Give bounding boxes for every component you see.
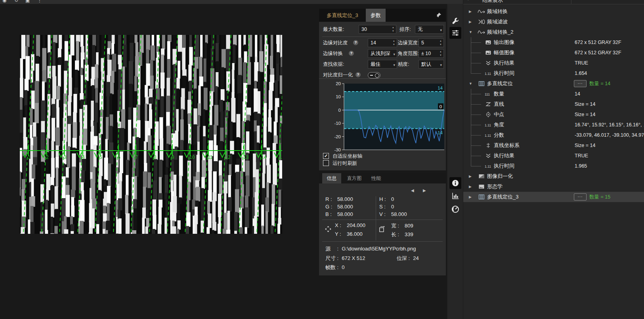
tree-item-label: 执行时间 — [494, 70, 514, 77]
info-icon[interactable] — [449, 177, 461, 189]
chevron-down-icon: ▾ — [440, 26, 442, 34]
spinner-icon[interactable]: ▴▾ — [439, 39, 443, 47]
marker-label: 15 — [279, 155, 282, 160]
contrast-profile-chart: 20100-10-20-3014-140 — [319, 79, 446, 153]
edge-width-label: 边缘宽度: — [398, 38, 419, 48]
tree-row-执行结果[interactable]: 执行结果TRUE — [463, 151, 644, 161]
kebab-icon[interactable]: ⋮ — [37, 0, 42, 3]
line-marker: 15 — [271, 35, 282, 234]
tab-params[interactable]: 参数 — [366, 9, 386, 22]
spinner-icon[interactable]: ▴▾ — [439, 50, 443, 57]
divider — [376, 196, 376, 241]
refresh-icon[interactable]: ↻ — [14, 0, 18, 3]
marker-label: 5 — [99, 155, 102, 160]
filter-wave-icon — [478, 19, 485, 25]
tree-row-执行时间[interactable]: 1.11执行时间1.654 — [463, 68, 644, 78]
line-marker: 8 — [145, 35, 164, 234]
line-icon — [484, 101, 492, 107]
y-tick-label: 10 — [336, 94, 341, 99]
region-width-value: 宽 :809 — [391, 222, 413, 229]
divider — [322, 241, 443, 242]
angle-range-input[interactable]: ± 10 ▴▾ — [419, 49, 444, 58]
checkbox[interactable]: ✓ — [323, 153, 329, 159]
tab-performance[interactable]: 性能 — [367, 173, 385, 183]
tab-histogram[interactable]: 直方图 — [343, 173, 366, 183]
tree-row-执行时间[interactable]: 1.11执行时间1.965 — [463, 161, 644, 171]
tree-row-数量[interactable]: 111数量14 — [463, 89, 644, 99]
tree-row-频域滤波[interactable]: ▶频域滤波 — [463, 17, 644, 27]
expand-icon[interactable]: ▶ — [469, 10, 472, 13]
contrast-norm-toggle[interactable] — [368, 72, 380, 78]
sliders-icon[interactable] — [449, 27, 461, 39]
move-icon — [325, 225, 332, 233]
edge-width-input[interactable]: 5 ▴▾ — [419, 38, 444, 47]
tree-row-图像归一化[interactable]: ▶图像归一化 — [463, 171, 644, 181]
tree-row-角度[interactable]: 1.11角度16.74°, 15.92°, 16.15°, 16.16°, 1 — [463, 120, 644, 130]
region-size-icon — [378, 225, 386, 233]
tree-item-value: 1.965 — [575, 162, 644, 170]
tree-row-幅值图像[interactable]: 幅值图像672 x 512 GRAY 32F — [463, 48, 644, 58]
spinner-icon[interactable]: ▴▾ — [391, 25, 395, 33]
collapse-icon[interactable]: ▼ — [469, 82, 472, 86]
count-result-text: 数量 = 14 — [589, 80, 610, 87]
pin-icon[interactable] — [436, 12, 442, 18]
collapse-icon[interactable]: ▼ — [469, 30, 472, 34]
tree-row-直线[interactable]: 直线Size = 14 — [463, 99, 644, 109]
tree-guide — [471, 73, 481, 74]
precision-select[interactable]: 默认 ▾ — [419, 60, 444, 69]
count-icon: 111 — [484, 91, 492, 97]
tree-row-频域转换_2[interactable]: ▼频域转换_2 — [463, 27, 644, 37]
tree-row-输出图像[interactable]: 输出图像672 x 512 GRAY 32F — [463, 37, 644, 48]
sort-select[interactable]: 无 ▾ — [415, 25, 444, 34]
midpoint-icon — [484, 111, 492, 118]
tree-item-label: 输出图像 — [494, 39, 514, 46]
gauge-icon[interactable] — [449, 203, 461, 215]
histogram-icon[interactable] — [449, 190, 461, 202]
checkbox[interactable] — [323, 160, 329, 166]
expand-icon[interactable]: ▶ — [469, 185, 472, 189]
tree-item-label: 直线坐标系 — [494, 142, 520, 149]
help-icon[interactable]: ? — [355, 72, 361, 77]
spinner-icon[interactable]: ▴▾ — [392, 39, 396, 47]
tree-row-中点[interactable]: 中点Size = 14 — [463, 109, 644, 120]
find-by-select[interactable]: 最佳 ▾ — [368, 60, 397, 69]
tab-info[interactable]: 信息 — [322, 173, 341, 183]
inspection-image[interactable]: 123456789101112131415 — [20, 35, 282, 234]
tree-row-执行结果[interactable]: 执行结果TRUE — [463, 58, 644, 68]
tree-item-value: Size = 14 — [575, 101, 644, 108]
more-options-button[interactable]: ··· — [574, 193, 587, 201]
next-arrow-icon[interactable]: ▶ — [423, 188, 426, 193]
edge-transition-select[interactable]: 从浅到深 ▾ — [368, 49, 397, 58]
source-path: 源 :G:\download\5EMgYYPcrbh.png — [325, 245, 416, 252]
edge-contrast-input[interactable]: 14 ▴▾ — [368, 38, 397, 47]
eye-icon[interactable]: ◉ — [2, 0, 6, 3]
prev-arrow-icon[interactable]: ◀ — [411, 188, 414, 193]
wrench-icon[interactable] — [449, 15, 461, 27]
help-icon[interactable]: ? — [353, 40, 358, 45]
time-icon: 1.11 — [484, 70, 492, 76]
tree-row-多直线定位_3[interactable]: ▶多直线定位_3···数量 = 15 — [463, 192, 644, 202]
info-tabbar: 信息 直方图 性能 — [319, 173, 446, 183]
save-icon[interactable]: ▣ — [25, 0, 30, 3]
collapse-icon[interactable]: ▾ — [467, 0, 469, 1]
coord-icon — [484, 142, 492, 149]
cursor-x-value: X :204.000 — [335, 222, 365, 228]
max-count-input[interactable]: 30 ▴▾ — [359, 25, 396, 34]
result-tree-header[interactable]: ▾ 结果展示 — [463, 0, 644, 4]
morphology-icon — [478, 183, 485, 190]
tree-row-频域转换[interactable]: ▶频域转换 — [463, 6, 644, 17]
help-icon[interactable]: ? — [349, 51, 354, 56]
more-options-button[interactable]: ··· — [574, 80, 587, 87]
tree-row-分数[interactable]: 1.11分数-33.079, 46.017, -39.100, 34.97 — [463, 130, 644, 140]
expand-icon[interactable]: ▶ — [469, 20, 472, 24]
pixel-b-value: B :58.000 — [325, 211, 353, 217]
tree-row-直线坐标系[interactable]: 直线坐标系Size = 14 — [463, 140, 644, 151]
expand-icon[interactable]: ▶ — [469, 174, 472, 178]
expand-icon[interactable]: ▶ — [469, 195, 472, 199]
tab-module-name[interactable]: 多直线定位_3 — [319, 9, 366, 22]
tree-row-多直线定位[interactable]: ▼多直线定位···数量 = 14 — [463, 78, 644, 89]
tree-item-label: 形态学 — [487, 183, 503, 190]
checkbox-label: 运行时刷新 — [333, 160, 357, 166]
tree-item-value: 672 x 512 GRAY 32F — [575, 39, 644, 46]
tree-row-形态学[interactable]: ▶形态学 — [463, 181, 644, 192]
